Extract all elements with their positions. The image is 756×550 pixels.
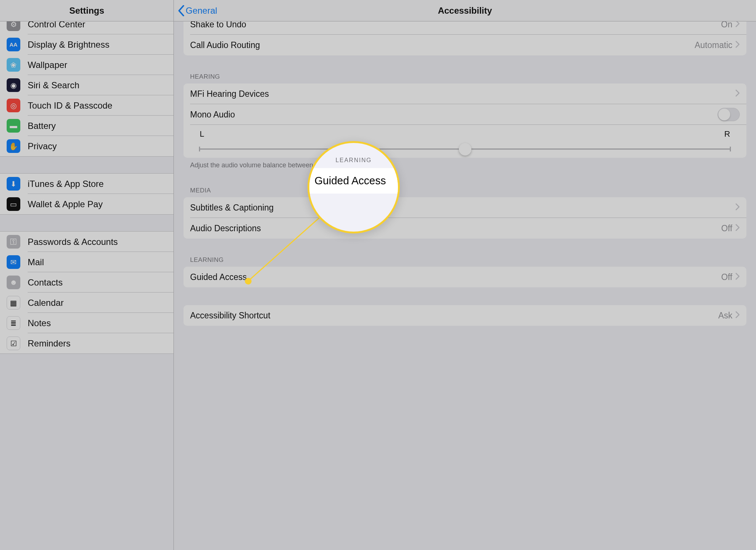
sidebar-item-label: iTunes & App Store: [28, 179, 104, 189]
chevron-right-icon: [735, 89, 740, 98]
sidebar-title: Settings: [69, 6, 104, 16]
row-label: Subtitles & Captioning: [190, 203, 735, 213]
chevron-right-icon: [735, 41, 740, 49]
sidebar-item-mail[interactable]: ✉︎Mail: [0, 252, 173, 272]
mail-icon: ✉︎: [7, 255, 20, 269]
detail-header: General Accessibility: [174, 0, 756, 21]
sidebar-item-calendar[interactable]: ▦Calendar: [0, 293, 173, 313]
row-value: Off: [721, 223, 732, 233]
chevron-right-icon: [735, 311, 740, 320]
detail-body[interactable]: Shake to UndoOnCall Audio RoutingAutomat…: [174, 21, 756, 550]
sidebar-item-passwords-accounts[interactable]: ⚿Passwords & Accounts: [0, 232, 173, 252]
reminders-icon: ☑︎: [7, 337, 20, 350]
siri-icon: ◉: [7, 78, 20, 92]
row-audio-descriptions[interactable]: Audio DescriptionsOff: [183, 218, 746, 239]
battery-icon: ▬: [7, 119, 20, 133]
row-label: Accessibility Shortcut: [190, 311, 718, 321]
sidebar-item-touch-id-passcode[interactable]: ◎Touch ID & Passcode: [0, 95, 173, 116]
detail-pane: General Accessibility Shake to UndoOnCal…: [174, 0, 756, 550]
sidebar-header: Settings: [0, 0, 173, 21]
contacts-icon: ☻: [7, 276, 20, 289]
chevron-right-icon: [735, 203, 740, 212]
row-value: Off: [721, 272, 732, 282]
row-guided-access[interactable]: Guided AccessOff: [183, 267, 746, 287]
hand-icon: ✋: [7, 139, 20, 153]
text-size-icon: AA: [7, 38, 20, 51]
audio-balance-slider[interactable]: LR: [183, 125, 746, 158]
slider-label-left: L: [200, 129, 204, 139]
row-label: Mono Audio: [190, 110, 718, 120]
row-label: Guided Access: [190, 272, 721, 282]
sidebar-item-control-center[interactable]: ⚙︎Control Center: [0, 21, 173, 34]
section-header: MEDIA: [183, 187, 746, 197]
row-mfi-hearing-devices[interactable]: MFi Hearing Devices: [183, 83, 746, 104]
appstore-icon: ⬇︎: [7, 177, 20, 191]
section-header: HEARING: [183, 73, 746, 83]
sidebar-item-label: Contacts: [28, 277, 63, 288]
sidebar-item-label: Notes: [28, 318, 51, 328]
sidebar-item-display-brightness[interactable]: AADisplay & Brightness: [0, 34, 173, 55]
app-root: Settings ⚙︎Control CenterAADisplay & Bri…: [0, 0, 756, 550]
calendar-icon: ▦: [7, 296, 20, 310]
chevron-left-icon: [178, 5, 185, 16]
slider-label-right: R: [724, 129, 730, 139]
slider-thumb[interactable]: [459, 143, 471, 156]
sidebar-item-siri-search[interactable]: ◉Siri & Search: [0, 75, 173, 95]
sidebar-item-itunes-app-store[interactable]: ⬇︎iTunes & App Store: [0, 174, 173, 194]
row-label: Shake to Undo: [190, 21, 721, 30]
row-label: MFi Hearing Devices: [190, 89, 735, 99]
sidebar-item-reminders[interactable]: ☑︎Reminders: [0, 333, 173, 353]
row-call-audio-routing[interactable]: Call Audio RoutingAutomatic: [183, 35, 746, 55]
sidebar-item-label: Battery: [28, 121, 56, 131]
row-value: On: [721, 21, 732, 30]
chevron-right-icon: [735, 21, 740, 29]
sidebar-item-label: Wallpaper: [28, 60, 67, 70]
chevron-right-icon: [735, 224, 740, 233]
detail-title: Accessibility: [174, 6, 756, 16]
toggle-switch[interactable]: [718, 108, 740, 121]
sidebar-item-label: Calendar: [28, 298, 63, 308]
section-header: LEARNING: [183, 256, 746, 267]
sidebar-item-label: Passwords & Accounts: [28, 237, 118, 247]
sidebar-item-label: Touch ID & Passcode: [28, 100, 112, 111]
row-shake-to-undo[interactable]: Shake to UndoOn: [183, 21, 746, 35]
row-value: Automatic: [695, 40, 732, 50]
sidebar-item-label: Reminders: [28, 338, 71, 349]
sidebar-item-wallpaper[interactable]: ❀Wallpaper: [0, 55, 173, 75]
sidebar-item-label: Siri & Search: [28, 80, 79, 90]
key-icon: ⚿: [7, 235, 20, 249]
chevron-right-icon: [735, 273, 740, 281]
wallet-icon: ▭: [7, 197, 20, 211]
sidebar-item-label: Privacy: [28, 141, 57, 151]
row-label: Call Audio Routing: [190, 40, 695, 50]
notes-icon: ≣: [7, 316, 20, 330]
fingerprint-icon: ◎: [7, 99, 20, 112]
sidebar-item-label: Control Center: [28, 21, 85, 30]
sidebar-item-wallet-apple-pay[interactable]: ▭Wallet & Apple Pay: [0, 194, 173, 214]
row-subtitles-captioning[interactable]: Subtitles & Captioning: [183, 197, 746, 218]
section-footer: Adjust the audio volume balance between …: [183, 158, 746, 169]
sidebar-item-label: Display & Brightness: [28, 40, 109, 50]
sidebar-item-label: Mail: [28, 257, 44, 267]
sidebar-item-notes[interactable]: ≣Notes: [0, 313, 173, 333]
back-label: General: [186, 6, 217, 16]
sidebar-item-battery[interactable]: ▬Battery: [0, 116, 173, 136]
sidebar-item-label: Wallet & Apple Pay: [28, 199, 103, 209]
row-label: Audio Descriptions: [190, 223, 721, 233]
flower-icon: ❀: [7, 58, 20, 72]
sidebar-item-contacts[interactable]: ☻Contacts: [0, 272, 173, 293]
row-value: Ask: [718, 311, 732, 321]
row-mono-audio: Mono Audio: [183, 104, 746, 125]
back-button[interactable]: General: [174, 5, 217, 16]
sliders-icon: ⚙︎: [7, 21, 20, 31]
sidebar-item-privacy[interactable]: ✋Privacy: [0, 136, 173, 156]
row-accessibility-shortcut[interactable]: Accessibility ShortcutAsk: [183, 305, 746, 326]
sidebar-list[interactable]: ⚙︎Control CenterAADisplay & Brightness❀W…: [0, 21, 173, 550]
settings-sidebar: Settings ⚙︎Control CenterAADisplay & Bri…: [0, 0, 174, 550]
